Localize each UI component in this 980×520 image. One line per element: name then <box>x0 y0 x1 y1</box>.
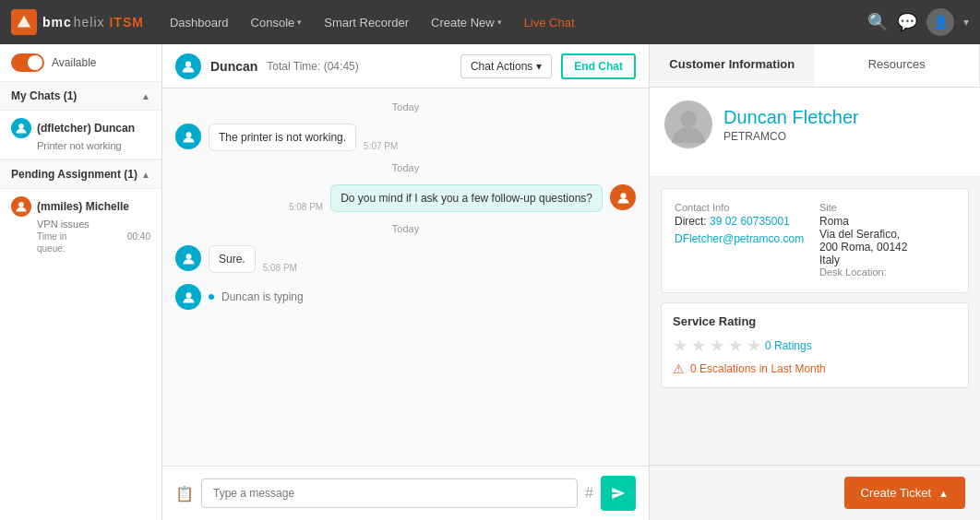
contact-info-label: Contact Info <box>675 202 810 213</box>
chat-messages: Today The printer is not working. 5:07 P… <box>162 89 649 466</box>
my-chats-label: My Chats (1) <box>11 89 77 102</box>
chevron-up-icon: ▲ <box>141 91 150 101</box>
sidebar: Available My Chats (1) ▲ (dfletcher) Dun… <box>0 44 162 520</box>
chat-header-name: Duncan <box>210 59 257 74</box>
message-row: Sure. 5:08 PM <box>175 245 636 273</box>
message-avatar-blue <box>175 245 201 271</box>
nav-links: Dashboard Console ▾ Smart Recorder Creat… <box>161 10 851 35</box>
customer-company: PETRAMCO <box>723 130 859 143</box>
status-label: Available <box>52 56 96 69</box>
chat-item-dfletcher[interactable]: (dfletcher) Duncan Printer not working <box>0 111 161 160</box>
date-divider: Today <box>175 162 636 173</box>
svg-point-5 <box>620 193 626 198</box>
contact-phone-link[interactable]: 39 02 60735001 <box>710 215 790 228</box>
chat-username: (dfletcher) Duncan <box>37 122 135 135</box>
site-line4: Italy <box>819 254 955 266</box>
svg-point-1 <box>18 124 24 129</box>
date-divider: Today <box>175 223 636 234</box>
create-ticket-button[interactable]: Create Ticket ▲ <box>844 477 965 509</box>
nav-smart-recorder[interactable]: Smart Recorder <box>315 10 418 35</box>
site-info-column: Site Roma Via del Serafico, 200 Roma, 00… <box>819 202 955 279</box>
nav-console[interactable]: Console ▾ <box>242 10 312 35</box>
status-toggle-area: Available <box>0 44 161 82</box>
brand-logo-area[interactable]: bmchelix ITSM <box>11 9 144 35</box>
tab-customer-information[interactable]: Customer Information <box>650 44 815 87</box>
chevron-down-icon: ▾ <box>497 18 502 27</box>
service-rating-title: Service Rating <box>673 314 957 328</box>
edit-icon[interactable]: 📋 <box>175 485 194 502</box>
message-bubble: Sure. <box>209 245 256 273</box>
warning-icon: ⚠ <box>673 361 685 376</box>
chevron-up-icon: ▲ <box>141 170 150 180</box>
user-avatar[interactable]: 👤 <box>926 8 954 36</box>
rating-count: 0 Ratings <box>765 339 812 352</box>
message-time: 5:08 PM <box>289 202 323 212</box>
star-rating: ★ ★ ★ ★ ★ 0 Ratings <box>673 336 957 356</box>
tab-resources[interactable]: Resources <box>815 44 981 87</box>
queue-label: queue: <box>37 243 66 254</box>
typing-avatar <box>175 284 201 310</box>
star-3[interactable]: ★ <box>710 336 724 356</box>
main-layout: Available My Chats (1) ▲ (dfletcher) Dun… <box>0 44 980 520</box>
pending-item-header: (mmiles) Michelle <box>11 196 150 217</box>
pending-label: Pending Assignment (1) <box>11 168 137 181</box>
contact-direct-label: Direct: 39 02 60735001 <box>675 215 810 228</box>
end-chat-button[interactable]: End Chat <box>561 53 636 79</box>
message-avatar-blue <box>175 124 201 149</box>
my-chats-header[interactable]: My Chats (1) ▲ <box>0 82 161 111</box>
pending-item-mmiles[interactable]: (mmiles) Michelle VPN issues Time in 00:… <box>0 189 161 261</box>
chat-actions-button[interactable]: Chat Actions ▾ <box>460 54 552 78</box>
svg-point-7 <box>185 292 191 298</box>
top-navigation: bmchelix ITSM Dashboard Console ▾ Smart … <box>0 0 980 44</box>
send-button[interactable] <box>601 476 636 511</box>
pending-meta: Time in 00:40 <box>11 231 150 242</box>
bmc-logo <box>11 9 37 35</box>
site-label: Site <box>819 202 955 213</box>
star-2[interactable]: ★ <box>691 336 706 356</box>
chat-subtitle: Printer not working <box>11 140 150 151</box>
message-time: 5:08 PM <box>263 263 297 273</box>
create-ticket-bar: Create Ticket ▲ <box>650 465 980 520</box>
chevron-down-icon[interactable]: ▾ <box>963 16 969 29</box>
chevron-up-icon: ▲ <box>938 488 949 499</box>
right-tabs: Customer Information Resources <box>650 44 980 88</box>
star-5[interactable]: ★ <box>747 336 761 356</box>
escalation-row: ⚠ 0 Escalations in Last Month <box>673 361 957 376</box>
svg-point-3 <box>185 61 191 66</box>
customer-identity: Duncan Fletcher PETRAMCO <box>664 100 965 148</box>
nav-create-new[interactable]: Create New ▾ <box>422 10 511 35</box>
notifications-icon[interactable]: 💬 <box>897 12 917 32</box>
availability-toggle[interactable] <box>11 53 44 72</box>
svg-point-8 <box>680 111 697 127</box>
message-row-outgoing: Do you mind if I ask you a few follow-up… <box>175 184 636 212</box>
message-avatar-orange <box>610 184 636 210</box>
chat-input-area: 📋 # <box>162 466 649 520</box>
search-icon[interactable]: 🔍 <box>867 12 888 32</box>
chat-avatar-orange <box>11 196 31 217</box>
star-1[interactable]: ★ <box>673 336 687 356</box>
svg-marker-0 <box>18 16 30 28</box>
svg-point-4 <box>185 132 191 137</box>
typing-text: Duncan is typing <box>221 290 304 303</box>
chat-avatar-blue <box>11 118 31 138</box>
chat-header-avatar <box>175 53 201 79</box>
star-4[interactable]: ★ <box>728 336 743 356</box>
chat-item-header: (dfletcher) Duncan <box>11 118 150 138</box>
site-line1: Roma <box>819 215 955 228</box>
brand-name: bmchelix ITSM <box>42 15 144 30</box>
message-input[interactable] <box>201 479 578 508</box>
pending-assignment-header[interactable]: Pending Assignment (1) ▲ <box>0 160 161 189</box>
site-line3: 200 Roma, 00142 <box>819 241 955 254</box>
customer-identity-section: Duncan Fletcher PETRAMCO <box>650 88 980 177</box>
chat-header: Duncan Total Time: (04:45) Chat Actions … <box>162 44 649 89</box>
time-in-value: 00:40 <box>127 231 150 242</box>
message-row: The printer is not working. 5:07 PM <box>175 124 636 151</box>
pending-username: (mmiles) Michelle <box>37 200 129 213</box>
contact-email-link[interactable]: DFletcher@petramco.com <box>675 232 804 245</box>
chat-total-time: Total Time: (04:45) <box>267 60 358 73</box>
svg-point-2 <box>18 202 24 207</box>
nav-icons: 🔍 💬 👤 ▾ <box>867 8 969 36</box>
nav-dashboard[interactable]: Dashboard <box>161 10 238 35</box>
nav-live-chat[interactable]: Live Chat <box>515 10 584 35</box>
hash-icon[interactable]: # <box>585 485 593 502</box>
